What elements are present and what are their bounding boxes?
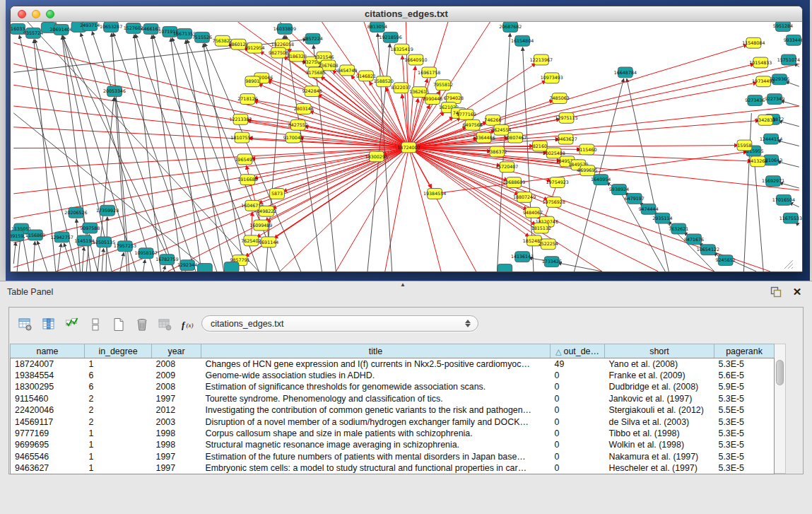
graph-node[interactable]: 9115460 <box>577 144 596 155</box>
graph-node[interactable]: 1498222 <box>257 206 276 216</box>
graph-edge[interactable] <box>259 84 409 148</box>
graph-node[interactable]: 9097588 <box>80 223 100 233</box>
resize-grip-icon[interactable] <box>792 267 793 269</box>
graph-node[interactable]: 15720407 <box>495 162 518 173</box>
table-cell[interactable]: 0 <box>551 393 605 404</box>
graph-node[interactable]: 9170043 <box>283 132 303 143</box>
graph-edge[interactable] <box>779 182 799 188</box>
graph-node[interactable]: 15958 <box>737 140 752 151</box>
table-cell[interactable]: 5.3E-5 <box>714 462 775 474</box>
table-cell[interactable]: 18300295 <box>11 381 85 392</box>
selection-mode-icon[interactable] <box>63 315 81 334</box>
graph-node[interactable]: 5938924 <box>609 185 629 195</box>
column-header-title[interactable]: title <box>201 344 551 358</box>
graph-node[interactable]: 9699695 <box>577 165 597 176</box>
graph-node[interactable]: 8813054 <box>367 22 387 32</box>
table-cell[interactable]: 1 <box>85 428 152 439</box>
graph-node[interactable]: 5873 <box>270 188 285 199</box>
table-cell[interactable]: 9115460 <box>11 393 85 404</box>
graph-node[interactable]: 9933446 <box>784 35 802 45</box>
graph-node[interactable]: 5951284 <box>773 22 793 31</box>
graph-edge[interactable] <box>777 141 799 146</box>
table-cell[interactable]: 49 <box>551 358 605 370</box>
graph-node[interactable]: 16961758 <box>418 67 440 78</box>
table-cell[interactable]: 22420046 <box>11 404 85 416</box>
table-cell[interactable]: Stergiakouli et al. (2012) <box>605 404 714 416</box>
table-cell[interactable]: Embryonic stem cells: a model to study s… <box>201 462 551 474</box>
table-row[interactable]: 946362711997Embryonic stem cells: a mode… <box>11 462 775 474</box>
graph-node[interactable]: 19384554 <box>423 188 446 199</box>
graph-node[interactable]: 12213383 <box>229 114 252 124</box>
graph-node[interactable]: 1691144 <box>259 237 278 247</box>
graph-node[interactable]: 6479197 <box>625 193 645 204</box>
table-cell[interactable]: 2 <box>85 393 152 404</box>
graph-node[interactable] <box>224 262 239 271</box>
table-cell[interactable]: 1 <box>85 439 152 450</box>
graph-edge[interactable] <box>408 121 759 148</box>
table-cell[interactable]: 1 <box>85 462 152 474</box>
table-cell[interactable]: de Silva et al. (2003) <box>605 416 714 427</box>
table-cell[interactable]: Investigating the contribution of common… <box>201 404 551 416</box>
table-row[interactable]: 911546021997Tourette syndrome. Phenomeno… <box>11 393 775 404</box>
row-height-icon[interactable] <box>86 315 105 334</box>
graph-node[interactable]: 6497568 <box>463 119 483 130</box>
graph-node[interactable] <box>198 264 213 271</box>
graph-node[interactable]: 9827508 <box>269 47 288 58</box>
graph-node[interactable]: 98901 <box>245 76 260 87</box>
graph-edge[interactable] <box>82 247 83 271</box>
table-cell[interactable]: 5.3E-5 <box>714 451 775 462</box>
table-row[interactable]: 1456911722003Disruption of a novel membe… <box>11 416 775 427</box>
graph-edge[interactable] <box>171 38 201 271</box>
table-cell[interactable]: 5.3E-5 <box>714 439 775 450</box>
graph-edge[interactable] <box>63 35 136 271</box>
table-scrollbar-thumb[interactable] <box>776 360 784 385</box>
graph-node[interactable]: 9777169 <box>457 109 476 119</box>
table-cell[interactable]: 6 <box>85 370 152 381</box>
table-cell[interactable]: 2 <box>85 404 152 416</box>
table-row[interactable]: 1872400712008Changes of HCN gene express… <box>11 358 775 370</box>
graph-node[interactable]: 20687682 <box>499 22 522 32</box>
graph-node[interactable]: 2718126 <box>237 94 257 105</box>
table-cell[interactable]: Changes of HCN gene expression and I(f) … <box>201 358 551 370</box>
graph-edge-ray[interactable] <box>13 113 210 271</box>
graph-node[interactable]: 11675533 <box>779 213 802 223</box>
graph-node[interactable]: 1145194 <box>74 235 94 246</box>
table-cell[interactable]: Nakamura et al. (1997) <box>605 451 714 462</box>
graph-node[interactable]: 1640954 <box>591 175 611 185</box>
graph-edge[interactable] <box>272 147 408 209</box>
table-cell[interactable]: 9777169 <box>11 428 85 439</box>
column-header-year[interactable]: year <box>152 344 201 358</box>
graph-node[interactable]: 19218596 <box>379 32 402 42</box>
table-cell[interactable]: Franke et al. (2009) <box>605 370 714 381</box>
graph-node[interactable]: 1156869 <box>25 230 45 240</box>
table-cell[interactable]: 5.5E-5 <box>714 404 775 416</box>
column-header-name[interactable]: name <box>11 344 85 358</box>
network-graph[interactable]: 1603393557242069140624937141065328715276… <box>11 22 802 271</box>
graph-node[interactable]: 7386372 <box>487 146 507 157</box>
table-cell[interactable]: 5.6E-5 <box>714 370 775 381</box>
graph-node[interactable]: 9273436 <box>745 95 765 106</box>
graph-edge[interactable] <box>13 40 307 73</box>
graph-node[interactable]: 3175685 <box>305 67 325 78</box>
graph-edge[interactable] <box>408 64 754 148</box>
graph-node[interactable]: 7955812 <box>433 80 453 90</box>
table-cell[interactable]: Structural magnetic resonance image aver… <box>201 439 551 450</box>
table-cell[interactable]: Estimation of significance thresholds fo… <box>201 381 551 392</box>
network-canvas[interactable]: 1603393557242069140624937141065328715276… <box>11 22 802 271</box>
graph-node[interactable]: 12942757 <box>51 232 73 243</box>
table-cell[interactable]: 1 <box>85 358 152 370</box>
table-cell[interactable]: 2008 <box>152 381 201 392</box>
graph-node[interactable]: 1815132 <box>531 223 551 233</box>
table-cell[interactable]: 5.3E-5 <box>714 358 775 370</box>
table-cell[interactable]: 1998 <box>152 428 201 439</box>
graph-edge[interactable] <box>754 157 763 271</box>
table-scrollbar[interactable] <box>775 344 786 474</box>
table-cell[interactable]: 5.9E-5 <box>714 381 775 392</box>
table-cell[interactable]: 0 <box>551 462 605 474</box>
panel-splitter-grip[interactable]: ▲ <box>400 281 406 288</box>
graph-node[interactable]: 1965493 <box>235 154 254 165</box>
graph-edge[interactable] <box>13 242 16 264</box>
table-cell[interactable]: Estimation of the future numbers of pati… <box>201 451 551 462</box>
graph-node[interactable]: 7857224 <box>303 33 323 44</box>
float-panel-icon[interactable] <box>770 286 782 298</box>
